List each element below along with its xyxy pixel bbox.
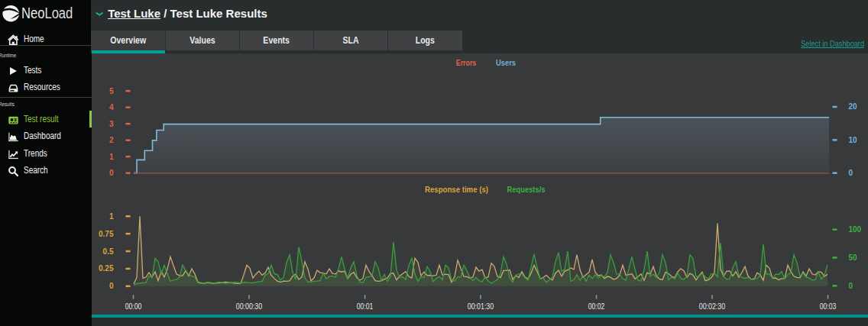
svg-text:3: 3 [109,120,114,128]
svg-text:0: 0 [849,169,853,177]
svg-text:00:01:30: 00:01:30 [468,302,494,311]
svg-text:0: 0 [109,169,114,177]
svg-text:00:00:30: 00:00:30 [236,302,263,311]
svg-text:100: 100 [849,225,862,234]
svg-text:20: 20 [849,102,858,111]
svg-text:Response time (s): Response time (s) [425,185,488,194]
svg-text:1: 1 [109,153,114,161]
svg-text:Errors: Errors [456,58,477,67]
svg-text:00:01: 00:01 [357,302,374,311]
svg-text:4: 4 [109,103,114,111]
svg-text:0: 0 [849,282,853,290]
svg-text:0.25: 0.25 [99,264,114,273]
svg-text:00:02: 00:02 [588,302,605,311]
svg-text:2: 2 [109,136,114,144]
svg-text:00:02:30: 00:02:30 [699,302,726,311]
svg-text:50: 50 [849,253,858,262]
svg-text:5: 5 [109,87,114,95]
svg-text:Requests/s: Requests/s [507,185,546,194]
svg-text:0: 0 [109,282,114,290]
svg-text:Users: Users [496,58,516,67]
svg-text:1: 1 [109,212,114,221]
svg-text:0.5: 0.5 [103,247,114,256]
svg-text:00:03: 00:03 [820,302,837,311]
svg-text:00:00: 00:00 [125,302,142,311]
svg-text:0.75: 0.75 [99,230,114,238]
svg-text:10: 10 [849,136,858,144]
